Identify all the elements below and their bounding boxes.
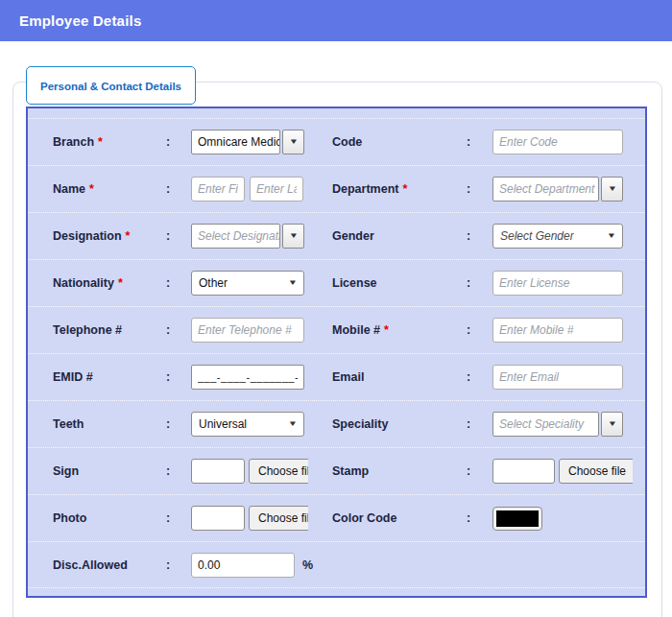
required-asterisk: * [118, 276, 123, 290]
stamp-file-input: Choose file [492, 459, 633, 484]
colon: : [166, 417, 191, 431]
photo-file-input: Choose file [191, 506, 308, 531]
photo-label: Photo [53, 511, 166, 525]
colon: : [467, 464, 492, 478]
nationality-select-value: Other [199, 276, 228, 290]
chevron-down-icon: ▼ [288, 420, 298, 428]
colon: : [166, 276, 191, 290]
form-row-branch-code: Branch* : Omnicare Medical ▼ Code : [28, 118, 645, 165]
required-asterisk: * [384, 323, 389, 337]
designation-dropdown-button[interactable]: ▼ [282, 224, 304, 249]
code-input[interactable] [492, 130, 623, 154]
stamp-label: Stamp [332, 464, 467, 478]
teeth-select[interactable]: Universal ▼ [191, 412, 304, 437]
stamp-file-box[interactable] [492, 459, 555, 484]
speciality-label: Speciality [332, 417, 467, 431]
speciality-select[interactable]: Select Speciality ▼ [492, 412, 623, 437]
designation-label: Designation* [53, 229, 166, 243]
colon: : [166, 558, 191, 572]
nationality-select[interactable]: Other ▼ [191, 271, 304, 296]
mobile-label: Mobile #* [332, 323, 467, 337]
photo-file-box[interactable] [191, 506, 245, 531]
photo-choose-file-button[interactable]: Choose file [249, 506, 308, 531]
colon: : [166, 182, 191, 196]
colon: : [467, 229, 492, 243]
telephone-input[interactable] [191, 318, 304, 343]
name-label: Name* [53, 182, 166, 196]
required-asterisk: * [98, 135, 103, 149]
sign-label: Sign [53, 464, 166, 478]
form-row-telephone-mobile: Telephone # : Mobile #* : [28, 306, 645, 353]
form-row-disc-allowed: Disc.Allowed : % [28, 541, 645, 588]
form-row-designation-gender: Designation* : Select Designation ▼ Gend… [28, 212, 645, 259]
chevron-down-icon: ▼ [607, 185, 616, 193]
details-panel: Personal & Contact Details Branch* : Omn… [12, 82, 662, 617]
sign-file-input: Choose file [191, 459, 308, 484]
license-label: License [332, 276, 467, 290]
first-name-input[interactable] [191, 177, 245, 202]
email-label: Email [332, 370, 467, 384]
colon: : [166, 464, 191, 478]
telephone-label: Telephone # [53, 323, 166, 337]
colon: : [467, 135, 492, 149]
department-select-placeholder: Select Department [492, 177, 599, 202]
gender-select-placeholder: Select Gender [500, 229, 574, 243]
form-row-name-department: Name* : Department* : Select Department … [28, 165, 645, 212]
sign-choose-file-button[interactable]: Choose file [249, 459, 308, 484]
department-dropdown-button[interactable]: ▼ [601, 177, 623, 202]
department-label: Department* [332, 182, 467, 196]
department-select[interactable]: Select Department ▼ [492, 177, 623, 202]
gender-select[interactable]: Select Gender ▼ [492, 224, 623, 249]
colon: : [166, 370, 191, 384]
gender-label: Gender [332, 229, 467, 243]
disc-allowed-wrap: % [191, 553, 332, 578]
tab-label: Personal & Contact Details [40, 81, 181, 92]
email-input[interactable] [492, 365, 623, 390]
form-row-teeth-speciality: Teeth : Universal ▼ Speciality : Select … [28, 400, 645, 447]
disc-allowed-label: Disc.Allowed [53, 558, 166, 572]
last-name-input[interactable] [250, 177, 303, 202]
mobile-input[interactable] [492, 318, 623, 343]
code-label: Code [332, 135, 467, 149]
required-asterisk: * [89, 182, 94, 196]
colon: : [467, 417, 492, 431]
chevron-down-icon: ▼ [607, 420, 616, 428]
nationality-label: Nationality* [53, 276, 166, 290]
disc-allowed-input[interactable] [191, 553, 295, 578]
designation-select[interactable]: Select Designation ▼ [191, 224, 304, 249]
form-row-sign-stamp: Sign : Choose file Stamp : Choose file [28, 447, 645, 494]
stamp-choose-file-button[interactable]: Choose file [559, 459, 633, 484]
personal-contact-form: Branch* : Omnicare Medical ▼ Code : Name… [26, 107, 647, 598]
colon: : [467, 370, 492, 384]
branch-select[interactable]: Omnicare Medical ▼ [191, 130, 304, 154]
colon: : [467, 276, 492, 290]
required-asterisk: * [126, 229, 131, 243]
speciality-select-placeholder: Select Speciality [492, 412, 599, 437]
colon: : [467, 323, 492, 337]
chevron-down-icon: ▼ [288, 138, 298, 146]
chevron-down-icon: ▼ [288, 279, 298, 287]
branch-select-value: Omnicare Medical [191, 130, 280, 154]
sign-file-box[interactable] [191, 459, 245, 484]
chevron-down-icon: ▼ [607, 232, 616, 240]
chevron-down-icon: ▼ [288, 232, 298, 240]
page-title: Employee Details [19, 12, 141, 29]
license-input[interactable] [492, 271, 623, 296]
colon: : [467, 182, 492, 196]
teeth-label: Teeth [53, 417, 166, 431]
form-row-photo-colorcode: Photo : Choose file Color Code : [28, 494, 645, 541]
color-code-picker[interactable] [492, 507, 542, 531]
required-asterisk: * [402, 182, 407, 196]
branch-label: Branch* [53, 135, 166, 149]
tab-personal-contact-details[interactable]: Personal & Contact Details [26, 66, 196, 105]
colon: : [166, 323, 191, 337]
colon: : [467, 511, 492, 525]
emid-label: EMID # [53, 370, 166, 384]
designation-select-placeholder: Select Designation [191, 224, 280, 249]
branch-dropdown-button[interactable]: ▼ [282, 130, 304, 154]
emid-input[interactable] [191, 365, 304, 390]
speciality-dropdown-button[interactable]: ▼ [601, 412, 623, 437]
percent-suffix: % [302, 558, 313, 572]
color-code-label: Color Code [332, 511, 467, 525]
colon: : [166, 511, 191, 525]
